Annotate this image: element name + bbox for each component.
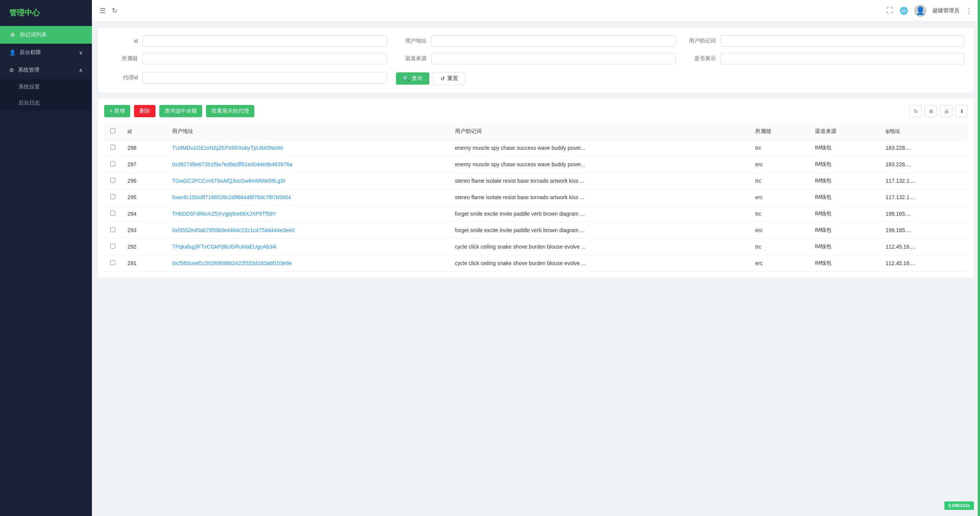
cell-mnemonic: enemy muscle spy chase success wave budd… <box>449 156 749 173</box>
cell-id: 297 <box>121 156 166 173</box>
filter-input-chain[interactable] <box>142 53 387 64</box>
filter-row-user-address: 用户地址 <box>396 35 676 47</box>
sidebar-group-system: ⚙ 系统管理 ∧ 系统设置 后台日志 <box>0 61 92 111</box>
filter-row-id: id <box>107 35 387 47</box>
cell-channel: IM钱包 <box>809 206 880 222</box>
filter-input-agent-id[interactable] <box>142 72 387 84</box>
cell-address[interactable]: TGwGC2PCCrnST8xAfQJocGw6mMWe58LgSr <box>166 173 449 189</box>
cell-address[interactable]: THbDD5FdRkchZ5XVgjq9re68XJXP9Tf58Y <box>166 206 449 222</box>
delete-button[interactable]: 删除 <box>134 105 155 117</box>
cell-mnemonic: stereo flame isolate resist base tornado… <box>449 189 749 206</box>
data-table: id 用户地址 用户助记词 所属链 渠道来源 ip地址 298 TUdMDu1G… <box>104 123 968 272</box>
row-checkbox-cell[interactable] <box>104 140 121 156</box>
fullscreen-icon[interactable]: ⛶ <box>887 7 893 15</box>
filter-label-user-address: 用户地址 <box>396 38 427 44</box>
row-checkbox[interactable] <box>110 161 115 166</box>
filter-row-chain: 所属链 <box>107 53 387 64</box>
cell-address[interactable]: TUdMDu1GEzsNSjZEPz6RXobyTpU8A5NsWr <box>166 140 449 156</box>
row-checkbox[interactable] <box>110 194 115 199</box>
refresh-icon[interactable]: ↻ <box>112 7 118 15</box>
avatar: 👤 <box>914 5 926 17</box>
row-checkbox[interactable] <box>110 178 115 183</box>
table-row: 296 TGwGC2PCCrnST8xAfQJocGw6mMWe58LgSr s… <box>104 173 968 189</box>
cell-address[interactable]: 0x3627d9e672b1f9a7ed9a3ff51e004de9b46397… <box>166 156 449 173</box>
row-checkbox[interactable] <box>110 145 115 150</box>
col-user-mnemonic: 用户助记词 <box>449 123 749 140</box>
header: ☰ ↻ ⛶ 🌐 👤 超级管理员 ⋮ <box>92 0 980 21</box>
sidebar-group-system-header[interactable]: ⚙ 系统管理 ∧ <box>0 61 92 79</box>
filter-label-agent-id: 代理id <box>107 74 138 81</box>
sidebar-item-mnemonic-list[interactable]: ♻ 助记词列表 <box>0 26 92 44</box>
print-button[interactable]: 🖨 <box>940 105 952 117</box>
row-checkbox-cell[interactable] <box>104 255 121 272</box>
filter-label-chain: 所属链 <box>107 55 138 62</box>
query-button[interactable]: 🔍 查询 <box>396 72 429 85</box>
cell-mnemonic: cycle click ceiling snake shove burden b… <box>449 239 749 255</box>
row-checkbox-cell[interactable] <box>104 222 121 239</box>
cell-ip: 199.165.... <box>879 206 968 222</box>
select-all-checkbox[interactable] <box>110 128 115 133</box>
row-checkbox[interactable] <box>110 260 115 265</box>
menu-toggle-icon[interactable]: ☰ <box>100 7 106 15</box>
table-row: 295 0xac6c150c8f7186528c2d966448f70dc7f8… <box>104 189 968 206</box>
reset-button[interactable]: ↺ 重置 <box>433 72 465 85</box>
cell-address[interactable]: 0xac6c150c8f7186528c2d966448f70dc7f87b59… <box>166 189 449 206</box>
filter-input-user-mnemonic[interactable] <box>720 35 965 47</box>
filter-input-user-address[interactable] <box>431 35 676 47</box>
search-icon: 🔍 <box>403 75 409 82</box>
row-checkbox-cell[interactable] <box>104 173 121 189</box>
main-area: ☰ ↻ ⛶ 🌐 👤 超级管理员 ⋮ id 用户地址 <box>92 0 980 516</box>
cell-chain: erc <box>749 189 808 206</box>
row-checkbox-cell[interactable] <box>104 189 121 206</box>
sidebar-item-system-settings[interactable]: 系统设置 <box>0 79 92 95</box>
cell-id: 298 <box>121 140 166 156</box>
filter-row-user-mnemonic: 用户助记词 <box>685 35 965 47</box>
sidebar-sub-system: 系统设置 后台日志 <box>0 79 92 111</box>
filter-card: id 用户地址 用户助记词 所属链 渠道来源 <box>98 28 974 93</box>
batch-show-button[interactable]: 批量展示给代理 <box>206 105 254 117</box>
add-button[interactable]: + 新增 <box>104 105 130 117</box>
cell-channel: IM钱包 <box>809 239 880 255</box>
query-balance-button[interactable]: 查询选中余额 <box>159 105 202 117</box>
cell-id: 293 <box>121 222 166 239</box>
right-scroll-stripe <box>978 0 980 516</box>
cell-ip: 112.45.16.... <box>879 239 968 255</box>
cell-channel: IM钱包 <box>809 140 880 156</box>
cell-address[interactable]: TPqkafxg3FTvCGkPj8bJGRuMaEUgcAb34i <box>166 239 449 255</box>
more-icon[interactable]: ⋮ <box>965 7 972 15</box>
cell-chain: trc <box>749 239 808 255</box>
cell-address[interactable]: 0x2565ceaf1c50269096b2422f332d163abf153e… <box>166 255 449 272</box>
table-row: 291 0x2565ceaf1c50269096b2422f332d163abf… <box>104 255 968 272</box>
filter-input-show-status[interactable] <box>720 53 965 64</box>
table-header-row: id 用户地址 用户助记词 所属链 渠道来源 ip地址 <box>104 123 968 140</box>
cell-ip: 199.165.... <box>879 222 968 239</box>
column-settings-button[interactable]: ⊞ <box>925 105 937 117</box>
row-checkbox[interactable] <box>110 244 115 249</box>
refresh-table-button[interactable]: ↻ <box>910 105 922 117</box>
language-icon[interactable]: 🌐 <box>900 7 908 15</box>
cell-mnemonic: forget smile excite invite paddle verb b… <box>449 222 749 239</box>
table-row: 298 TUdMDu1GEzsNSjZEPz6RXobyTpU8A5NsWr e… <box>104 140 968 156</box>
table-toolbar: + 新增 删除 查询选中余额 批量展示给代理 ↻ ⊞ 🖨 ⬇ <box>104 105 968 117</box>
sidebar-group-perms-header[interactable]: 👤 后台权限 ∨ <box>0 44 92 61</box>
row-checkbox-cell[interactable] <box>104 156 121 173</box>
cell-chain: trc <box>749 206 808 222</box>
row-checkbox-cell[interactable] <box>104 239 121 255</box>
export-button[interactable]: ⬇ <box>955 105 968 117</box>
filter-label-id: id <box>107 38 138 44</box>
select-all-cell[interactable] <box>104 123 121 140</box>
row-checkbox-cell[interactable] <box>104 206 121 222</box>
cell-id: 294 <box>121 206 166 222</box>
filter-input-channel[interactable] <box>431 53 676 64</box>
sidebar-item-backend-logs[interactable]: 后台日志 <box>0 95 92 111</box>
row-checkbox[interactable] <box>110 227 115 232</box>
cell-channel: IM钱包 <box>809 189 880 206</box>
filter-input-id[interactable] <box>142 35 387 47</box>
filter-row-show-status: 是否展示 <box>685 53 965 64</box>
cell-chain: erc <box>749 222 808 239</box>
cell-address[interactable]: 0xf3552e45ab7855b0e4484c22c1c4754d444e3e… <box>166 222 449 239</box>
row-checkbox[interactable] <box>110 211 115 216</box>
backend-logs-label: 后台日志 <box>18 100 40 106</box>
cell-id: 296 <box>121 173 166 189</box>
cell-mnemonic: stereo flame isolate resist base tornado… <box>449 173 749 189</box>
